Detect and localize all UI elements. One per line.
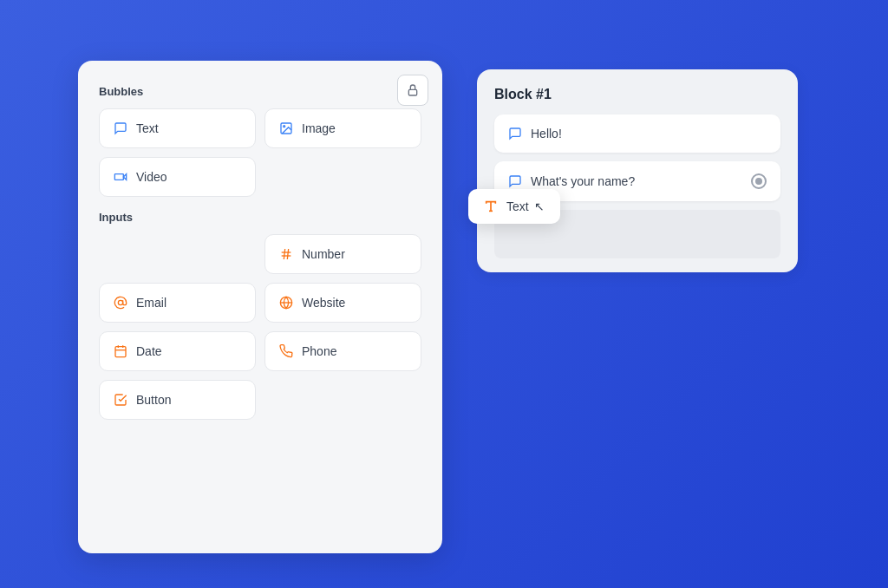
- svg-line-7: [284, 249, 284, 259]
- svg-rect-3: [114, 174, 123, 180]
- bubble-video-label: Video: [136, 170, 167, 184]
- chat-name-text: What's your name?: [531, 174, 635, 188]
- tooltip-label: Text: [506, 199, 529, 213]
- bubbles-grid: Text Image Video: [99, 108, 421, 197]
- input-website-label: Website: [302, 296, 345, 310]
- bubble-text-button[interactable]: Text: [99, 108, 256, 148]
- bubbles-label: Bubbles: [99, 85, 421, 98]
- inputs-label: Inputs: [99, 211, 421, 224]
- block-card: Block #1 Hello! What's your name?: [477, 69, 798, 272]
- bubble-text-label: Text: [136, 121, 159, 135]
- input-email-label: Email: [136, 296, 166, 310]
- input-number-label: Number: [302, 247, 345, 261]
- input-email-button[interactable]: Email: [99, 283, 256, 323]
- svg-line-8: [287, 249, 288, 259]
- input-button-button[interactable]: Button: [99, 380, 256, 420]
- input-phone-label: Phone: [302, 344, 336, 358]
- block-title: Block #1: [494, 87, 780, 102]
- input-phone-button[interactable]: Phone: [264, 331, 421, 371]
- bubble-image-label: Image: [302, 121, 336, 135]
- input-date-button[interactable]: Date: [99, 331, 256, 371]
- bubble-video-button[interactable]: Video: [99, 157, 256, 197]
- svg-rect-12: [115, 347, 126, 357]
- radio-dot: [751, 173, 767, 189]
- tooltip-popup[interactable]: Text ↖: [468, 189, 560, 224]
- input-date-label: Date: [136, 344, 162, 358]
- bubble-left: What's your name?: [508, 174, 635, 188]
- chat-hello-text: Hello!: [531, 127, 562, 140]
- left-panel: Bubbles Text Image: [78, 61, 442, 553]
- svg-rect-0: [408, 89, 416, 95]
- input-button-label: Button: [136, 393, 171, 407]
- inputs-section: Inputs Number: [99, 211, 421, 420]
- bubble-image-button[interactable]: Image: [264, 108, 421, 148]
- input-website-button[interactable]: Website: [264, 283, 421, 323]
- inputs-grid: Number Email Website: [99, 234, 421, 420]
- cursor-icon: ↖: [534, 199, 545, 213]
- main-container: Bubbles Text Image: [78, 61, 888, 553]
- svg-point-9: [118, 300, 122, 304]
- lock-button[interactable]: [397, 75, 428, 106]
- chat-bubble-hello: Hello!: [494, 114, 780, 153]
- input-number-button[interactable]: Number: [264, 234, 421, 274]
- svg-point-2: [284, 126, 285, 127]
- right-panel: Block #1 Hello! What's your name?: [477, 61, 888, 553]
